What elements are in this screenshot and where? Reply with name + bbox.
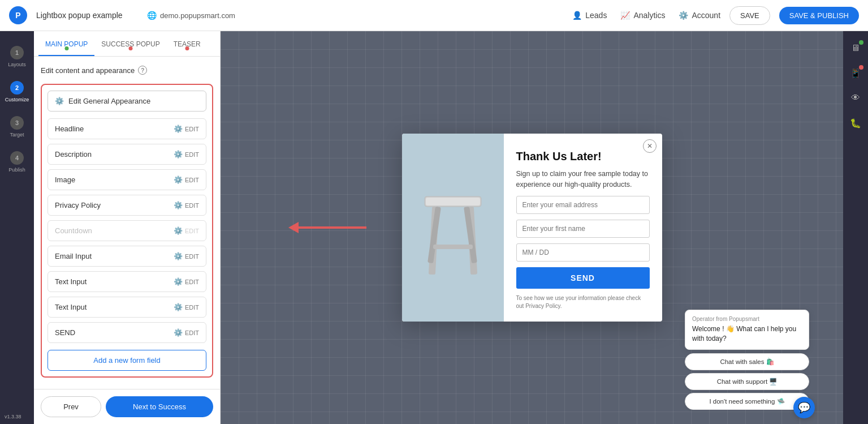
privacy-policy-item[interactable]: Privacy Policy ⚙️ EDIT: [47, 195, 206, 216]
image-edit[interactable]: ⚙️ EDIT: [174, 175, 199, 184]
headline-edit[interactable]: ⚙️ EDIT: [174, 125, 199, 133]
url-display: 🌐 demo.popupsmart.com: [147, 11, 235, 20]
text-input-1-edit-label: EDIT: [185, 279, 199, 285]
right-icon-mobile[interactable]: 📱: [848, 65, 863, 81]
right-sidebar: 🖥 📱 👁 🐛: [843, 31, 868, 424]
leads-icon: 👤: [572, 11, 582, 20]
description-edit[interactable]: ⚙️ EDIT: [174, 150, 199, 159]
popup-close-button[interactable]: ✕: [643, 139, 657, 153]
chat-bubble-sales[interactable]: Chat with sales 🛍️: [685, 353, 809, 370]
right-icon-bug[interactable]: 🐛: [848, 115, 863, 131]
send-edit[interactable]: ⚙️ EDIT: [174, 328, 199, 337]
email-input-edit[interactable]: ⚙️ EDIT: [174, 252, 199, 260]
tab-main-popup[interactable]: MAIN POPUP: [38, 31, 94, 56]
url-text: demo.popupsmart.com: [160, 11, 235, 20]
step-customize[interactable]: 2 Customize: [0, 75, 34, 108]
arrow-head: [288, 222, 299, 233]
email-input-gear-icon: ⚙️: [174, 252, 183, 260]
step-4-label: Publish: [8, 167, 25, 173]
prev-button[interactable]: Prev: [41, 396, 101, 417]
stool-illustration: [413, 165, 493, 290]
analytics-label: Analytics: [633, 11, 665, 20]
popup-title-input[interactable]: [36, 11, 138, 20]
main-container: 1 Layouts 2 Customize 3 Target 4 Publish…: [0, 31, 868, 424]
general-appearance-label: Edit General Appearance: [68, 97, 150, 105]
text-input-1-edit[interactable]: ⚙️ EDIT: [174, 277, 199, 286]
chat-widget: Operator from Popupsmart Welcome ! 👋 Wha…: [685, 310, 809, 413]
popup-description: Sign up to claim your free sample today …: [516, 169, 650, 190]
save-button[interactable]: SAVE: [729, 6, 770, 25]
right-icon-eye[interactable]: 👁: [848, 90, 863, 106]
chat-bubble-support[interactable]: Chat with support 🖥️: [685, 373, 809, 390]
save-publish-button[interactable]: SAVE & PUBLISH: [779, 7, 859, 24]
countdown-item[interactable]: Countdown ⚙️ EDIT: [47, 220, 206, 241]
step-3-num: 3: [10, 116, 24, 130]
leads-nav-item[interactable]: 👤 Leads: [572, 11, 607, 20]
next-to-success-button[interactable]: Next to Success: [106, 396, 213, 417]
analytics-icon: 📈: [620, 11, 630, 20]
panel-footer: Prev Next to Success: [34, 389, 220, 424]
add-form-field-button[interactable]: Add a new form field: [47, 350, 206, 371]
chat-bubble-no[interactable]: I don't need something 🛸: [685, 393, 809, 410]
canvas-arrow: [288, 222, 366, 233]
tab-success-popup[interactable]: SUCCESS POPUP: [94, 31, 166, 56]
text-input-1-gear-icon: ⚙️: [174, 277, 183, 286]
account-label: Account: [692, 11, 720, 20]
image-edit-label: EDIT: [185, 177, 199, 183]
step-layouts[interactable]: 1 Layouts: [0, 40, 34, 73]
chat-header: Operator from Popupsmart Welcome ! 👋 Wha…: [685, 310, 809, 350]
countdown-edit[interactable]: ⚙️ EDIT: [174, 226, 199, 235]
arrow-line: [299, 226, 366, 229]
popup-date-input[interactable]: [516, 243, 650, 262]
privacy-policy-edit[interactable]: ⚙️ EDIT: [174, 201, 199, 209]
chat-message: Welcome ! 👋 What can I help you with tod…: [692, 324, 802, 344]
popup-first-name-input[interactable]: [516, 220, 650, 238]
send-gear-icon: ⚙️: [174, 328, 183, 337]
countdown-gear-icon: ⚙️: [174, 226, 183, 235]
chat-operator-label: Operator from Popupsmart: [692, 316, 802, 322]
send-label: SEND: [55, 328, 75, 337]
step-target[interactable]: 3 Target: [0, 110, 34, 143]
text-input-1-item[interactable]: Text Input ⚙️ EDIT: [47, 271, 206, 292]
popup-tabs: MAIN POPUP SUCCESS POPUP TEASER: [34, 31, 220, 57]
eye-icon: 👁: [851, 93, 860, 103]
image-label: Image: [55, 175, 75, 184]
analytics-nav-item[interactable]: 📈 Analytics: [620, 11, 665, 20]
countdown-edit-label: EDIT: [185, 228, 199, 234]
description-item[interactable]: Description ⚙️ EDIT: [47, 144, 206, 165]
text-input-2-edit[interactable]: ⚙️ EDIT: [174, 303, 199, 311]
right-icon-monitor[interactable]: 🖥: [848, 40, 863, 56]
bug-icon: 🐛: [850, 118, 861, 129]
step-2-label: Customize: [5, 97, 29, 102]
send-item[interactable]: SEND ⚙️ EDIT: [47, 322, 206, 343]
globe-icon: 🌐: [147, 11, 157, 20]
headline-label: Headline: [55, 125, 84, 133]
popup-email-input[interactable]: [516, 196, 650, 214]
headline-gear-icon: ⚙️: [174, 125, 183, 133]
headline-item[interactable]: Headline ⚙️ EDIT: [47, 118, 206, 139]
edit-general-appearance-button[interactable]: ⚙️ Edit General Appearance: [47, 91, 206, 112]
account-nav-item[interactable]: ⚙️ Account: [679, 11, 720, 20]
header-nav: 👤 Leads 📈 Analytics ⚙️ Account: [572, 11, 720, 20]
email-input-item[interactable]: Email Input ⚙️ EDIT: [47, 246, 206, 267]
text-input-2-item[interactable]: Text Input ⚙️ EDIT: [47, 297, 206, 318]
text-input-2-edit-label: EDIT: [185, 304, 199, 311]
headline-edit-label: EDIT: [185, 126, 199, 132]
privacy-policy-label: Privacy Policy: [55, 201, 101, 209]
image-item[interactable]: Image ⚙️ EDIT: [47, 169, 206, 190]
info-icon: ?: [138, 66, 147, 75]
tab-teaser[interactable]: TEASER: [167, 31, 208, 56]
leads-label: Leads: [585, 11, 607, 20]
svg-rect-6: [433, 245, 473, 249]
canvas-area: ✕ Thank Us Later! Sign up to claim your …: [221, 31, 843, 424]
popup-send-button[interactable]: SEND: [516, 267, 650, 289]
monitor-icon: 🖥: [851, 43, 860, 53]
description-label: Description: [55, 150, 92, 159]
section-title-text: Edit content and appearance: [41, 66, 135, 75]
app-logo: P: [9, 6, 27, 24]
step-publish[interactable]: 4 Publish: [0, 145, 34, 178]
privacy-policy-gear-icon: ⚙️: [174, 201, 183, 209]
panel-section-title: Edit content and appearance ?: [41, 63, 213, 77]
email-input-label: Email Input: [55, 252, 92, 260]
chat-open-button[interactable]: 💬: [793, 397, 815, 418]
